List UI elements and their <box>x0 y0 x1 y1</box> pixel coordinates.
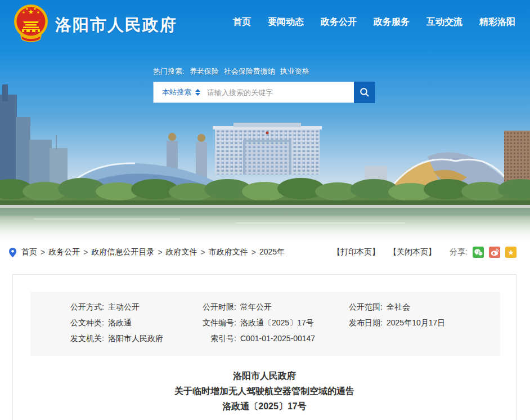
national-emblem-icon: ★ ★ ★ ★ ★ <box>14 4 48 43</box>
location-pin-icon <box>9 248 16 257</box>
breadcrumb-info-catalog[interactable]: 政府信息公开目录 <box>91 247 154 257</box>
meta-issuing-agency: 发文机关: 洛阳市人民政府 <box>30 334 182 344</box>
close-page-button[interactable]: 【关闭本页】 <box>389 247 436 257</box>
sort-arrows-icon <box>195 89 200 96</box>
svg-text:★: ★ <box>22 10 25 14</box>
search-scope-select[interactable]: 本站搜索 <box>154 87 207 97</box>
meta-index-number: 索引号: C001-01-2025-00147 <box>182 334 330 344</box>
breadcrumb-separator: > <box>158 248 162 257</box>
main-nav: 首页 要闻动态 政务公开 政务服务 互动交流 精彩洛阳 <box>233 16 515 28</box>
document-title-issuer: 洛阳市人民政府 <box>13 368 516 383</box>
document-meta-box: 公开方式: 主动公开 公开时限: 常年公开 公开范围: 全社会 公文种类: 洛政… <box>30 292 500 356</box>
document-card: 公开方式: 主动公开 公开时限: 常年公开 公开范围: 全社会 公文种类: 洛政… <box>12 274 516 420</box>
hot-search-row: 热门搜索: 养老保险 社会保险费缴纳 执业资格 <box>153 66 378 77</box>
breadcrumb-separator: > <box>201 248 205 257</box>
search-box: 本站搜索 <box>153 82 354 103</box>
search-button[interactable] <box>354 82 375 103</box>
nav-item-home[interactable]: 首页 <box>233 16 251 28</box>
weibo-share-button[interactable] <box>489 247 500 258</box>
hot-keyword-qualification[interactable]: 执业资格 <box>280 66 309 77</box>
nav-item-gov-disclosure[interactable]: 政务公开 <box>321 16 357 28</box>
hot-search-label: 热门搜索: <box>153 66 185 77</box>
svg-text:★: ★ <box>37 10 40 14</box>
search-scope-label: 本站搜索 <box>162 87 191 97</box>
meta-doc-type: 公文种类: 洛政通 <box>30 318 182 328</box>
nav-item-splendid-luoyang[interactable]: 精彩洛阳 <box>479 16 515 28</box>
breadcrumb: 首页 > 政务公开 > 政府信息公开目录 > 政府文件 > 市政府文件 > 20… <box>21 247 285 257</box>
hot-keyword-pension[interactable]: 养老保险 <box>190 66 219 77</box>
share-label: 分享: <box>450 247 468 257</box>
document-number: 洛政通〔2025〕17号 <box>13 399 516 414</box>
top-header: ★ ★ ★ ★ ★ 洛阳市人民政府 首页 要闻动态 政务公开 政务服务 互动交流 <box>0 0 530 51</box>
page-tools: 【打印本页】 【关闭本页】 分享: <box>324 247 516 258</box>
breadcrumb-row: 首页 > 政务公开 > 政府信息公开目录 > 政府文件 > 市政府文件 > 20… <box>0 242 530 262</box>
breadcrumb-city-gov-documents[interactable]: 市政府文件 <box>209 247 248 257</box>
breadcrumb-gov-documents[interactable]: 政府文件 <box>166 247 197 257</box>
breadcrumb-separator: > <box>41 248 45 257</box>
search-area: 热门搜索: 养老保险 社会保险费缴纳 执业资格 本站搜索 <box>153 66 378 103</box>
breadcrumb-gov-disclosure[interactable]: 政务公开 <box>48 247 80 257</box>
search-input[interactable] <box>207 88 354 97</box>
meta-row: 公文种类: 洛政通 文件编号: 洛政通〔2025〕17号 发布日期: 2025年… <box>30 315 500 331</box>
meta-doc-number: 文件编号: 洛政通〔2025〕17号 <box>182 318 330 328</box>
wechat-icon <box>474 249 483 256</box>
favorite-share-button[interactable]: ★ <box>505 247 516 258</box>
print-page-button[interactable]: 【打印本页】 <box>333 247 380 257</box>
weibo-icon <box>491 248 499 256</box>
search-icon <box>360 87 370 97</box>
breadcrumb-year-2025[interactable]: 2025年 <box>259 247 285 257</box>
wechat-share-button[interactable] <box>473 247 484 258</box>
site-title: 洛阳市人民政府 <box>55 14 177 37</box>
meta-row: 公开方式: 主动公开 公开时限: 常年公开 公开范围: 全社会 <box>30 300 500 315</box>
meta-open-method: 公开方式: 主动公开 <box>30 302 182 312</box>
document-title-block: 洛阳市人民政府 关于临时增加无人驾驶航空器管制空域的通告 洛政通〔2025〕17… <box>13 368 516 414</box>
page: ★ ★ ★ ★ ★ 洛阳市人民政府 首页 要闻动态 政务公开 政务服务 互动交流 <box>0 0 530 420</box>
hot-keyword-social-insurance[interactable]: 社会保险费缴纳 <box>224 66 275 77</box>
svg-text:★: ★ <box>25 7 29 11</box>
meta-open-scope: 公开范围: 全社会 <box>330 302 500 312</box>
breadcrumb-separator: > <box>251 248 256 257</box>
search-bar: 本站搜索 <box>153 82 375 103</box>
breadcrumb-home[interactable]: 首页 <box>21 247 37 257</box>
document-title-subject: 关于临时增加无人驾驶航空器管制空域的通告 <box>13 383 516 399</box>
meta-row: 发文机关: 洛阳市人民政府 索引号: C001-01-2025-00147 <box>30 331 500 347</box>
meta-publish-date: 发布日期: 2025年10月17日 <box>330 318 500 328</box>
nav-item-news[interactable]: 要闻动态 <box>268 16 304 28</box>
nav-item-interaction[interactable]: 互动交流 <box>426 16 462 28</box>
nav-item-gov-services[interactable]: 政务服务 <box>374 16 410 28</box>
breadcrumb-separator: > <box>83 248 88 257</box>
national-emblem-logo: ★ ★ ★ ★ ★ <box>14 4 48 43</box>
meta-open-period: 公开时限: 常年公开 <box>182 302 330 312</box>
favorite-star-icon: ★ <box>507 249 514 256</box>
